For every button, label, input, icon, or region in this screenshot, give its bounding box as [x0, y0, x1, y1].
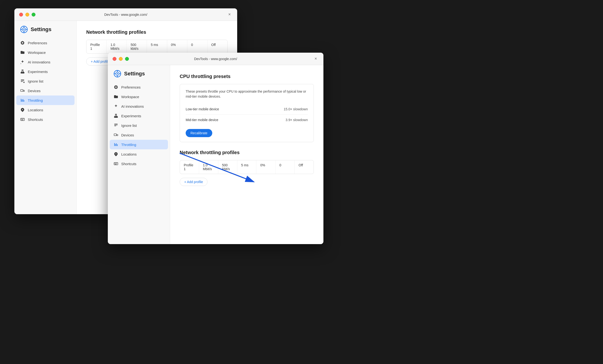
- sidebar-label-ignorelist-2: Ignore list: [121, 123, 137, 128]
- network-cell-down: 1.0 Mbit/s: [107, 40, 127, 53]
- sidebar-item-throttling-2[interactable]: Throttling: [110, 140, 168, 149]
- window-x-button-2[interactable]: ×: [313, 56, 319, 62]
- svg-rect-32: [117, 163, 117, 164]
- svg-rect-12: [21, 119, 22, 119]
- sidebar-item-workspace-1[interactable]: Workspace: [14, 48, 76, 57]
- recalibrate-button[interactable]: Recalibrate: [186, 129, 212, 137]
- sidebar-item-preferences-1[interactable]: Preferences: [14, 38, 76, 48]
- sidebar-item-workspace-2[interactable]: Workspace: [108, 92, 170, 101]
- network-section-title-2: Network throttling profiles: [180, 150, 314, 155]
- pin-icon-1: [20, 108, 25, 112]
- maximize-button-2[interactable]: [125, 57, 129, 61]
- close-button-1[interactable]: [19, 13, 23, 17]
- sidebar-label-workspace-1: Workspace: [28, 51, 46, 55]
- sidebar-label-devices-2: Devices: [121, 133, 134, 137]
- sidebar-item-experiments-2[interactable]: Experiments: [108, 111, 170, 121]
- net-cell-down-2: 1.0 Mbit/s: [199, 160, 218, 174]
- sidebar-label-ai-1: AI innovations: [28, 60, 50, 64]
- network-cell-status: Off: [208, 40, 227, 53]
- sidebar-item-throttling-1[interactable]: Throttling: [16, 96, 74, 105]
- sidebar-item-experiments-1[interactable]: Experiments: [14, 67, 76, 76]
- sidebar-label-shortcuts-1: Shortcuts: [28, 118, 43, 121]
- network-cell-profile: Profile 1: [86, 40, 107, 53]
- throttling-row-low: Low-tier mobile device 15.0× slowdown: [186, 104, 308, 115]
- gear-icon-1: [20, 40, 25, 45]
- window-controls-1: [19, 13, 35, 17]
- minimize-button-1[interactable]: [25, 13, 29, 17]
- sidebar-item-ai-1[interactable]: AI innovations: [14, 57, 76, 67]
- throttle-icon-2: [114, 142, 118, 147]
- svg-rect-30: [115, 163, 116, 164]
- sidebar-label-workspace-2: Workspace: [121, 95, 139, 99]
- svg-rect-29: [115, 163, 115, 164]
- low-tier-value: 15.0× slowdown: [284, 107, 308, 111]
- net-cell-latency-2: 5 ms: [237, 160, 256, 174]
- network-row-1: Profile 1 1.0 Mbit/s 500 kbit/s 5 ms 0% …: [86, 40, 227, 53]
- throttle-icon-1: [20, 98, 25, 103]
- sidebar-label-throttling-1: Throttling: [28, 98, 43, 102]
- settings-title-1: Settings: [31, 26, 51, 33]
- devices-icon-2: [114, 132, 118, 137]
- sidebar-label-preferences-2: Preferences: [121, 85, 141, 89]
- sidebar-item-ai-2[interactable]: AI innovations: [108, 101, 170, 111]
- network-cell-latency: 5 ms: [147, 40, 167, 53]
- keyboard-icon-1: [20, 117, 25, 122]
- network-table-1: Profile 1 1.0 Mbit/s 500 kbit/s 5 ms 0% …: [86, 40, 228, 54]
- folder-icon-2: [114, 94, 118, 99]
- main-content-2: CPU throttling presets These presets thr…: [170, 65, 324, 244]
- net-cell-loss-2: 0%: [256, 160, 276, 174]
- svg-rect-13: [22, 119, 22, 119]
- sidebar-label-throttling-2: Throttling: [121, 143, 136, 147]
- sidebar-item-shortcuts-1[interactable]: Shortcuts: [14, 115, 76, 124]
- sidebar-item-preferences-2[interactable]: Preferences: [108, 82, 170, 92]
- sidebar-item-locations-1[interactable]: Locations: [14, 105, 76, 115]
- sidebar-label-devices-1: Devices: [28, 89, 40, 93]
- net-cell-extra-2: 0: [276, 160, 295, 174]
- sidebar-label-experiments-1: Experiments: [28, 70, 48, 74]
- flask-icon-1: [20, 69, 25, 74]
- sidebar-label-ai-2: AI innovations: [121, 104, 144, 108]
- ignorelist-icon-2: [114, 123, 118, 128]
- cpu-section-title: CPU throttling presets: [180, 74, 314, 79]
- svg-rect-33: [115, 164, 117, 165]
- mid-tier-label: Mid-tier mobile device: [186, 118, 218, 122]
- ignorelist-icon-1: [20, 79, 25, 84]
- svg-point-21: [117, 73, 118, 74]
- sidebar-item-devices-1[interactable]: Devices: [14, 86, 76, 96]
- close-button-2[interactable]: [113, 57, 116, 61]
- window-title-2: DevTools - www.google.com/: [194, 57, 237, 61]
- maximize-button-1[interactable]: [32, 13, 35, 17]
- network-cell-loss: 0%: [167, 40, 187, 53]
- window-x-button-1[interactable]: ×: [227, 12, 232, 17]
- devtools-logo-2: [114, 70, 121, 77]
- add-profile-button-2[interactable]: + Add profile: [180, 178, 208, 186]
- svg-rect-16: [21, 120, 23, 120]
- sidebar-label-shortcuts-2: Shortcuts: [121, 162, 136, 166]
- window-title-1: DevTools - www.google.com/: [104, 13, 147, 17]
- minimize-button-2[interactable]: [119, 57, 123, 61]
- sidebar-item-locations-2[interactable]: Locations: [108, 149, 170, 159]
- devtools-logo-1: [20, 26, 28, 33]
- window-2: DevTools - www.google.com/ × Settings: [108, 53, 324, 244]
- window-controls-2: [113, 57, 129, 61]
- net-cell-profile-2: Profile 1: [180, 160, 199, 174]
- sidebar-item-shortcuts-2[interactable]: Shortcuts: [108, 159, 170, 168]
- sidebar-item-devices-2[interactable]: Devices: [108, 130, 170, 140]
- sidebar-item-ignorelist-1[interactable]: Ignore list: [14, 76, 76, 86]
- sparkle-icon-2: [114, 104, 118, 109]
- svg-rect-26: [114, 134, 116, 136]
- net-cell-up-2: 500 kbit/s: [218, 160, 237, 174]
- settings-header-1: Settings: [14, 26, 76, 38]
- sparkle-icon-1: [20, 60, 25, 64]
- sidebar-label-experiments-2: Experiments: [121, 114, 141, 118]
- mid-tier-value: 3.9× slowdown: [286, 118, 308, 122]
- net-cell-status-2: Off: [295, 160, 313, 174]
- cpu-throttling-box: These presets throttle your CPU to appro…: [180, 84, 314, 142]
- svg-rect-27: [117, 134, 118, 136]
- svg-point-2: [23, 29, 25, 30]
- sidebar-item-ignorelist-2[interactable]: Ignore list: [108, 121, 170, 130]
- sidebar-2: Settings Preferences Workspace AI innova…: [108, 65, 170, 244]
- keyboard-icon-2: [114, 161, 118, 166]
- devices-icon-1: [20, 88, 25, 93]
- low-tier-label: Low-tier mobile device: [186, 107, 219, 111]
